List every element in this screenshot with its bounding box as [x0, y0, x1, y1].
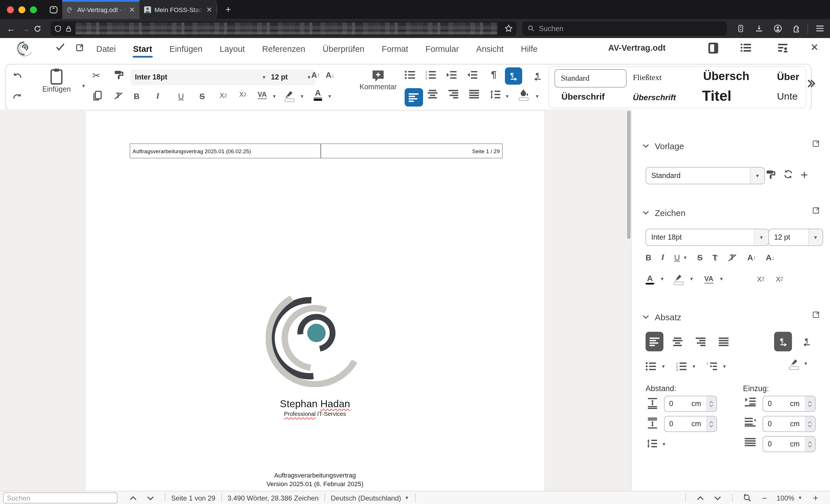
first-line-indent-value[interactable]: 0 [763, 440, 785, 448]
sidebar-paragraph-fill-caret[interactable]: ▼ [803, 362, 808, 367]
menu-layout[interactable]: Layout [219, 43, 245, 55]
document-line2[interactable]: Version 2025.01 (6. Februar 2025) [86, 480, 544, 487]
formatting-marks-icon[interactable]: ¶ [491, 69, 497, 81]
indent-before-spinner[interactable]: 0 cm [763, 396, 816, 412]
copy-icon[interactable] [92, 91, 102, 101]
shadow-icon[interactable]: T [712, 253, 717, 262]
paste-dropdown-caret[interactable]: ▼ [81, 83, 86, 89]
document-author-line[interactable]: Stephan Hadan [86, 398, 544, 410]
shrink-font-icon[interactable]: A↓ [326, 70, 334, 79]
grow-font-icon[interactable]: A↑ [311, 70, 320, 79]
new-tab-button[interactable]: + [217, 0, 239, 19]
space-below-stepper[interactable] [706, 416, 716, 431]
style-standard[interactable]: Standard [554, 69, 627, 88]
style-ueberschrift-1[interactable]: Übersch [703, 70, 761, 83]
menu-formular[interactable]: Formular [425, 43, 459, 55]
numbered-list-icon[interactable]: 123 [425, 70, 436, 79]
lock-icon[interactable] [65, 25, 72, 33]
sidebar-font-color-caret[interactable]: ▼ [660, 277, 665, 282]
update-style-icon[interactable] [765, 169, 776, 180]
close-tab-icon[interactable]: ✕ [129, 5, 135, 13]
undo-icon[interactable] [12, 71, 23, 80]
format-paint-icon[interactable] [114, 70, 124, 80]
highlight-color-button[interactable] [285, 90, 294, 102]
highlight-caret[interactable]: ▼ [300, 94, 304, 99]
comment-button[interactable]: Kommentar [355, 69, 401, 91]
subscript-icon[interactable]: X2 [220, 92, 227, 100]
char-spacing-caret[interactable]: ▼ [272, 94, 277, 99]
style-titel[interactable]: Titel [702, 88, 760, 104]
sidebar-subscript-icon[interactable]: X2 [776, 275, 783, 283]
sidebar-align-center-icon[interactable] [669, 332, 687, 351]
forward-icon[interactable]: → [19, 24, 33, 33]
decrease-indent-icon[interactable] [467, 70, 478, 79]
sidebar-highlight-caret[interactable]: ▼ [689, 277, 694, 282]
sidebar-numbered-list-icon[interactable]: 123 [676, 362, 687, 371]
find-next-icon[interactable] [142, 496, 159, 500]
paste-button[interactable]: Einfügen [32, 68, 81, 93]
toolbox-icon[interactable] [731, 24, 750, 33]
sidebar-underline-icon[interactable]: U [674, 253, 680, 262]
strikethrough-icon[interactable]: S [199, 92, 205, 101]
menu-ansicht[interactable]: Ansicht [476, 43, 504, 55]
indent-after-spinner[interactable]: 0 cm [763, 416, 816, 432]
open-in-new-icon[interactable] [75, 43, 84, 52]
find-input[interactable]: Suchen [3, 493, 118, 503]
redo-icon[interactable] [12, 92, 23, 101]
align-left-icon[interactable] [405, 88, 423, 107]
vertical-scrollbar[interactable] [627, 110, 631, 239]
style-ueberschrift-3[interactable]: Überschrif [562, 92, 616, 101]
menu-einfuegen[interactable]: Einfügen [169, 43, 203, 55]
styles-expand-icon[interactable] [806, 79, 816, 88]
menu-ueberpruefen[interactable]: Überprüfen [322, 43, 365, 55]
tab-foss-stack[interactable]: Mein FOSS-Stack - Stephan Ha ✕ [139, 0, 217, 19]
firefox-view-icon[interactable] [45, 0, 62, 19]
absatz-popout-icon[interactable] [812, 310, 820, 318]
sidebar-line-spacing-caret[interactable]: ▼ [662, 442, 666, 447]
section-absatz-header[interactable]: Absatz [643, 312, 681, 322]
char-spacing-icon[interactable]: VA [258, 91, 267, 99]
header-right-cell[interactable]: Seite 1 / 29 [321, 144, 502, 158]
bullet-list-icon[interactable] [405, 70, 416, 79]
company-logo[interactable] [266, 289, 364, 387]
tab-av-vertrag[interactable]: AV-Vertrag.odt - Office @ Hada ✕ [62, 0, 139, 19]
first-line-indent-spinner[interactable]: 0 cm [763, 436, 816, 452]
indent-before-stepper[interactable] [805, 396, 815, 411]
italic-icon[interactable]: I [156, 92, 159, 101]
sidebar-highlight-button[interactable] [674, 274, 683, 285]
zoom-out-icon[interactable]: − [756, 493, 773, 503]
paragraph-ltr-icon[interactable]: ¶ [505, 67, 522, 85]
bold-icon[interactable]: B [134, 92, 139, 101]
style-ueberschrift-4[interactable]: Überschrift [633, 93, 686, 102]
sidebar-superscript-icon[interactable]: X2 [757, 275, 764, 283]
line-spacing-icon[interactable] [490, 90, 501, 99]
underline-icon[interactable]: U [178, 92, 184, 101]
sidebar-shrink-font-icon[interactable]: A↓ [766, 253, 774, 262]
zoom-window-button[interactable] [30, 6, 37, 13]
style-fliesstext[interactable]: Fließtext [633, 73, 662, 82]
increase-indent-icon[interactable] [446, 70, 457, 79]
minimize-window-button[interactable] [19, 6, 25, 13]
sidebar-char-spacing-caret[interactable]: ▼ [719, 277, 724, 282]
font-color-button[interactable]: A [314, 89, 322, 101]
paragraph-style-combobox[interactable]: Standard ▼ [645, 167, 765, 184]
space-below-value[interactable]: 0 [665, 420, 687, 428]
sidebar-outline-list-icon[interactable]: 1 [707, 362, 717, 371]
numbered-list-caret[interactable]: ▼ [692, 364, 696, 369]
align-center-icon[interactable] [428, 90, 438, 99]
sidebar-italic-icon[interactable]: I [661, 253, 664, 262]
sidebar-toggle-icon[interactable] [708, 42, 719, 54]
indent-after-stepper[interactable] [805, 416, 815, 431]
paragraph-fill-button[interactable] [519, 89, 529, 101]
font-name-combobox[interactable]: Inter 18pt▼ [130, 69, 271, 85]
align-right-icon[interactable] [448, 90, 459, 99]
menu-start[interactable]: Start [133, 43, 153, 55]
language-caret[interactable]: ▼ [405, 495, 409, 501]
previous-page-icon[interactable] [692, 496, 709, 500]
page-header-table[interactable]: Auftragsverarbeitungsvertrag 2025.01 (06… [130, 143, 503, 158]
find-previous-icon[interactable] [125, 496, 142, 500]
sidebar-align-left-icon[interactable] [645, 332, 663, 351]
space-below-spinner[interactable]: 0 cm [664, 416, 717, 432]
document-subtitle-line[interactable]: Professional IT-Services [86, 411, 544, 417]
save-status-check-icon[interactable] [55, 43, 65, 51]
